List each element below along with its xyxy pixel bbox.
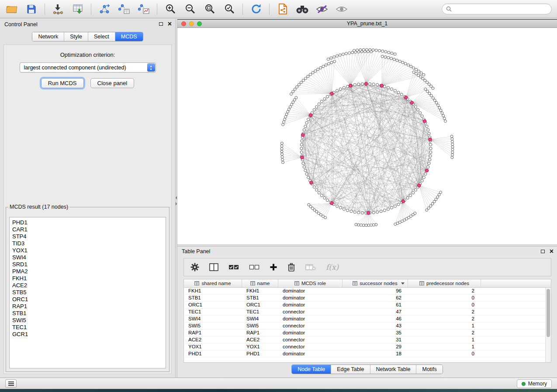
network-to-chart-icon[interactable] — [137, 3, 150, 16]
tab-node-table[interactable]: Node Table — [292, 365, 331, 374]
show-details-eye-icon[interactable] — [335, 3, 348, 16]
zoom-in-icon[interactable] — [164, 3, 177, 16]
cytoscape-app: Control Panel × NetworkStyleSelectMCDS O… — [0, 0, 557, 392]
fx-label: f(x) — [326, 263, 339, 272]
refresh-icon[interactable] — [249, 3, 263, 16]
new-network-icon[interactable] — [98, 3, 111, 16]
column-header-label: predecessor nodes — [426, 281, 469, 286]
show-columns-icon[interactable] — [209, 263, 218, 271]
memory-button[interactable]: Memory — [517, 379, 552, 388]
mcds-result-item[interactable]: STP4 — [10, 233, 166, 240]
window-zoom-button[interactable] — [197, 21, 202, 26]
mcds-result-item[interactable]: SWI5 — [10, 317, 166, 324]
mcds-result-item[interactable]: YOX1 — [10, 247, 166, 254]
mcds-result-list[interactable]: PHD1CAR1STP4TID3YOX1SWI4SRD1PMA2FKH1ACE2… — [9, 217, 166, 368]
cell-name: YOX1 — [242, 344, 278, 350]
zoom-fit-icon[interactable] — [203, 3, 216, 16]
network-canvas[interactable] — [177, 28, 557, 244]
cell-MCDS-role: dominator — [278, 295, 343, 301]
search-box[interactable] — [442, 3, 552, 14]
add-column-icon[interactable] — [270, 263, 277, 271]
mcds-result-item[interactable]: ACE2 — [10, 282, 166, 289]
network-to-table-icon[interactable] — [118, 3, 131, 16]
cell-name: SWI5 — [242, 323, 278, 329]
close-panel-button[interactable]: Close panel — [90, 78, 135, 88]
table-row[interactable]: TEC1TEC1connector472 — [184, 309, 551, 316]
table-row[interactable]: PHD1PHD1dominator180 — [184, 351, 551, 358]
mcds-result-item[interactable]: PHD1 — [10, 219, 166, 226]
table-row[interactable]: ORC1ORC1dominator610 — [184, 302, 551, 309]
float-panel-icon[interactable] — [541, 250, 545, 253]
mcds-result-item[interactable]: TID3 — [10, 240, 166, 247]
cell-shared-name: RAP1 — [184, 330, 242, 336]
table-scrollbar[interactable] — [545, 288, 551, 362]
cell-successor-nodes: 29 — [343, 344, 408, 350]
mcds-result-item[interactable]: CAR1 — [10, 226, 166, 233]
open-file-icon[interactable] — [5, 3, 18, 16]
cell-shared-name: STB1 — [184, 295, 242, 301]
tab-edge-table[interactable]: Edge Table — [331, 365, 370, 374]
column-header-successor-nodes[interactable]: successor nodes — [343, 279, 408, 287]
table-row[interactable]: RAP1RAP1dominator352 — [184, 330, 551, 337]
search-network-binoculars-icon[interactable] — [296, 3, 309, 16]
import-table-icon[interactable] — [71, 3, 84, 16]
criterion-dropdown[interactable]: largest connected component (undirected)… — [20, 62, 156, 72]
table-row[interactable]: YOX1YOX1connector291 — [184, 344, 551, 351]
mcds-result-item[interactable]: SRD1 — [10, 261, 166, 268]
splitter-handle-icon[interactable] — [176, 196, 177, 206]
network-graph[interactable] — [177, 28, 557, 244]
share-document-icon[interactable] — [276, 3, 289, 16]
search-input[interactable] — [454, 6, 547, 12]
table-row[interactable]: FKH1FKH1dominator962 — [184, 288, 551, 295]
cell-predecessor-nodes: 0 — [408, 351, 481, 357]
table-row[interactable]: STB1STB1dominator620 — [184, 295, 551, 302]
tab-network[interactable]: Network — [32, 32, 64, 41]
tab-style[interactable]: Style — [64, 32, 88, 41]
deselect-all-rows-icon[interactable] — [249, 263, 259, 271]
tab-network-table[interactable]: Network Table — [370, 365, 416, 374]
table-row[interactable]: SWI4SWI4dominator462 — [184, 316, 551, 323]
tab-mcds[interactable]: MCDS — [115, 32, 143, 41]
mcds-result-item[interactable]: SWI4 — [10, 254, 166, 261]
mcds-result-item[interactable]: GCR1 — [10, 331, 166, 338]
table-row[interactable]: SWI5SWI5connector431 — [184, 323, 551, 330]
column-header-name[interactable]: name — [242, 279, 278, 287]
tab-select[interactable]: Select — [88, 32, 115, 41]
close-panel-icon[interactable]: × — [550, 249, 554, 254]
column-header-shared-name[interactable]: shared name — [184, 279, 242, 287]
cell-successor-nodes: 31 — [343, 337, 408, 343]
cell-name: SWI4 — [242, 316, 278, 322]
network-window-titlebar[interactable]: YPA_prune.txt_1 — [177, 20, 557, 28]
tab-motifs[interactable]: Motifs — [416, 365, 442, 374]
close-panel-icon[interactable]: × — [168, 21, 172, 27]
sort-chevron-icon[interactable] — [401, 282, 405, 285]
hide-details-eye-slash-icon[interactable] — [315, 3, 329, 16]
mcds-result-item[interactable]: TEC1 — [10, 324, 166, 331]
mcds-result-item[interactable]: STB5 — [10, 289, 166, 296]
window-close-button[interactable] — [181, 21, 186, 26]
column-header-predecessor-nodes[interactable]: predecessor nodes — [408, 279, 481, 287]
table-settings-gear-icon[interactable] — [190, 263, 199, 272]
zoom-selected-icon[interactable] — [223, 3, 236, 16]
float-panel-icon[interactable] — [159, 22, 163, 26]
import-network-icon[interactable] — [52, 3, 65, 16]
save-icon[interactable] — [25, 3, 38, 16]
status-menu-button[interactable] — [5, 379, 17, 388]
delete-column-trash-icon[interactable] — [287, 263, 295, 272]
column-header-label: MCDS role — [301, 281, 326, 286]
column-header-label: successor nodes — [360, 281, 397, 286]
mcds-result-item[interactable]: PMA2 — [10, 268, 166, 275]
cell-MCDS-role: connector — [278, 323, 343, 329]
zoom-out-icon[interactable] — [183, 3, 197, 16]
mcds-result-item[interactable]: STB1 — [10, 310, 166, 317]
mcds-result-item[interactable]: FKH1 — [10, 275, 166, 282]
column-header-MCDS-role[interactable]: MCDS role — [278, 279, 343, 287]
scrollbar-thumb[interactable] — [547, 289, 550, 337]
toolbar-separator — [242, 3, 243, 15]
mcds-result-item[interactable]: RAP1 — [10, 303, 166, 310]
run-mcds-button[interactable]: Run MCDS — [41, 78, 84, 88]
table-row[interactable]: ACE2ACE2connector311 — [184, 337, 551, 344]
window-minimize-button[interactable] — [189, 21, 194, 26]
select-all-rows-icon[interactable] — [228, 263, 239, 271]
mcds-result-item[interactable]: ORC1 — [10, 296, 166, 303]
